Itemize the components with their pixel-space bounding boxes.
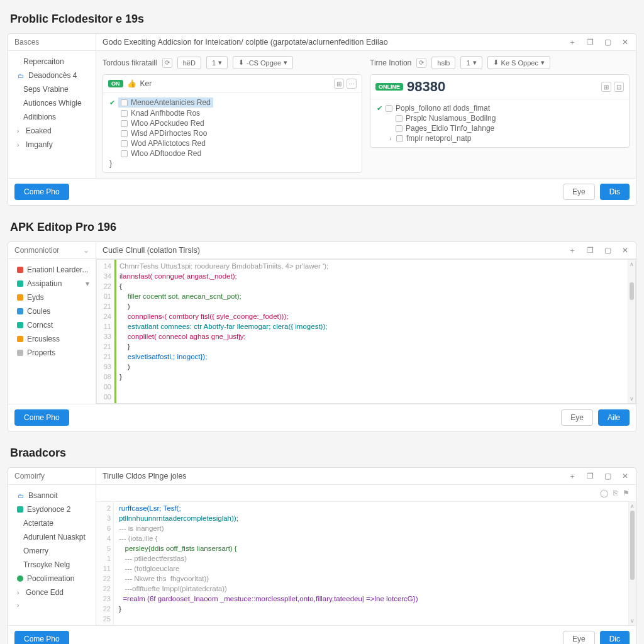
tree-row[interactable]: Pages_Eldio TInfo_Iahnge xyxy=(377,123,623,133)
section-title-2: APK Editop Pro 196 xyxy=(10,221,636,234)
window-controls-1: ＋ ❐ ▢ ✕ xyxy=(562,38,636,47)
minimize-icon[interactable]: ▢ xyxy=(603,38,612,47)
scroll-thumb[interactable] xyxy=(630,282,634,300)
scroll-thumb[interactable] xyxy=(630,511,635,580)
caret-down-icon: ▾ xyxy=(86,279,89,288)
sidebar-item[interactable]: Trrsoyke Nelg xyxy=(8,558,96,572)
file-icon xyxy=(121,140,128,147)
sidebar-1: Repercaiton 🗀Deaodoncès 4 Seps Vrabine A… xyxy=(8,51,96,178)
field-btn[interactable]: hslb xyxy=(431,57,455,69)
sidebar-item[interactable]: ›Gonce Edd xyxy=(8,586,96,599)
circle-icon[interactable]: ◯ xyxy=(600,489,608,497)
sidebar-item[interactable]: Autionces Whigle xyxy=(8,96,96,110)
tree-right: ✔Popls_follono atl dods_fimat Prsplc Nus… xyxy=(370,99,629,147)
sidebar-item[interactable]: 🗀Deaodoncès 4 xyxy=(8,69,96,82)
sidebar-item[interactable]: Actertate xyxy=(8,516,96,530)
sidebar-item[interactable]: Assipatiun▾ xyxy=(8,277,96,291)
chevron-down-icon[interactable]: ⌄ xyxy=(83,246,89,255)
minimize-icon[interactable]: ▢ xyxy=(603,246,612,255)
main-area-1: Tordous fikrataill ⟳ hëD 1 ▾ ⬇ -CS Opgee… xyxy=(96,51,636,178)
sidebar-item[interactable]: Properts xyxy=(8,346,96,360)
plus-icon[interactable]: ＋ xyxy=(568,246,577,255)
sidebar-item[interactable]: ›Imganfy xyxy=(8,138,96,152)
sidebar-item[interactable]: Eyds xyxy=(8,291,96,304)
sidebar-header-2: Conmoniotior⌄ xyxy=(8,242,96,258)
triangle-icon xyxy=(17,336,23,342)
eye-button[interactable]: Eye xyxy=(563,631,595,644)
plus-icon[interactable]: ＋ xyxy=(568,472,577,480)
restore-icon[interactable]: ❐ xyxy=(586,472,594,480)
more-icon[interactable]: ⊡ xyxy=(614,82,624,92)
sidebar-item[interactable]: Repercaiton xyxy=(8,55,96,69)
code-lines-2[interactable]: ChmrrTeshs Uttus1spi: roodureary Bmdobab… xyxy=(114,260,628,403)
tree-row[interactable]: Knad Anfhbodte Ros xyxy=(109,108,355,118)
tree-row[interactable]: Wisd APDirhoctes Roo xyxy=(109,128,355,138)
panel-header-1: Basces Godo Execiting Addicsion for Inte… xyxy=(8,34,636,51)
file-icon xyxy=(396,125,402,132)
sidebar-item[interactable]: Coules xyxy=(8,304,96,318)
dropdown-btn[interactable]: ⬇ -CS Opgee ▾ xyxy=(233,56,293,69)
sidebar-item[interactable]: Ercusless xyxy=(8,332,96,346)
sidebar-item[interactable]: Adurulent Nuaskpt xyxy=(8,530,96,544)
dis-button[interactable]: Dis xyxy=(600,184,630,200)
refresh-icon[interactable]: ⟳ xyxy=(416,58,426,68)
eye-button[interactable]: Eye xyxy=(563,184,595,200)
sidebar-item[interactable]: Enationl Learder... xyxy=(8,263,96,277)
chevron-down-icon: ▾ xyxy=(473,58,477,67)
grid-icon[interactable]: ⊞ xyxy=(334,79,344,89)
tree-row[interactable]: ✔Popls_follono atl dods_fimat xyxy=(377,103,623,113)
come-pho-button[interactable]: Come Pho xyxy=(14,409,69,426)
restore-icon[interactable]: ❐ xyxy=(586,38,594,47)
tree-row[interactable]: ✔ MenoeAntelanicies Red xyxy=(109,97,355,108)
sidebar-item[interactable]: Corncst xyxy=(8,318,96,332)
sidebar-item[interactable]: Omerry xyxy=(8,544,96,558)
eye-button[interactable]: Eye xyxy=(561,409,593,426)
tree-row[interactable]: ›fmplr netoprol_natp xyxy=(377,133,623,143)
scrollbar-v[interactable]: ∧∨ xyxy=(628,502,636,625)
flag-icon[interactable]: ⚑ xyxy=(623,489,630,497)
panel-footer-1: Come Pho Eye Dis xyxy=(8,178,636,205)
refresh-icon[interactable]: ⟳ xyxy=(162,58,172,68)
come-pho-button[interactable]: Come Pho xyxy=(14,631,69,644)
sidebar-item[interactable]: Esydonoce 2 xyxy=(8,502,96,516)
code-area-3: 236451112222232225 rurffcase(Lsr; Tesf(;… xyxy=(96,502,636,625)
close-icon[interactable]: ✕ xyxy=(621,246,630,255)
file-icon xyxy=(121,150,128,157)
dic-button[interactable]: Dic xyxy=(600,631,630,644)
check-icon: ✔ xyxy=(109,99,115,107)
toolbar-label: Tirne Inotion xyxy=(370,58,411,67)
close-icon[interactable]: ✕ xyxy=(621,38,630,47)
tree-row[interactable]: Wod APAlictotocs Red xyxy=(109,138,355,148)
dropdown-btn[interactable]: ⬇ Ke S Oppec ▾ xyxy=(487,56,550,69)
sidebar-item[interactable]: › xyxy=(8,599,96,611)
aile-button[interactable]: Aile xyxy=(598,409,630,426)
card-left: ON 👍 Ker ⊞⋯ ✔ MenoeAntelanicies Red Knad… xyxy=(103,74,362,173)
sidebar-item[interactable]: Aditibions xyxy=(8,110,96,124)
sidebar-item[interactable]: ›Eoaked xyxy=(8,124,96,138)
sidebar-item[interactable]: 🗀Bsannoit xyxy=(8,489,96,502)
tree-row[interactable]: Prsplc Nuslamous_Bodilng xyxy=(377,113,623,123)
section-title-3: Braadcors xyxy=(10,447,636,460)
minimize-icon[interactable]: ▢ xyxy=(603,472,612,480)
grid-icon[interactable]: ⊞ xyxy=(601,82,611,92)
close-icon[interactable]: ✕ xyxy=(621,472,630,480)
card-right: ONLINE 98380 ⊞⊡ ✔Popls_follono atl dods_… xyxy=(370,74,630,148)
sidebar-header-3: Comoirfy xyxy=(8,468,96,484)
card-number: 98380 xyxy=(407,79,445,95)
tree-row[interactable]: Wloo ADftoodoe Red xyxy=(109,148,355,158)
file-icon xyxy=(396,115,402,122)
select-btn[interactable]: 1 ▾ xyxy=(206,56,228,69)
restore-icon[interactable]: ❐ xyxy=(586,246,594,255)
code-lines-3[interactable]: rurffcase(Lsr; Tesf(;ptllnnhuunnrntaader… xyxy=(114,502,628,625)
scrollbar-v[interactable]: ∧∨ xyxy=(628,260,635,403)
more-icon[interactable]: ⋯ xyxy=(347,79,357,89)
plus-icon[interactable]: ＋ xyxy=(568,38,577,47)
select-btn[interactable]: 1 ▾ xyxy=(460,56,482,69)
sidebar-item[interactable]: Seps Vrabine xyxy=(8,82,96,96)
gutter-2: 1434220121241133212193080000 xyxy=(97,260,114,403)
come-pho-button[interactable]: Come Pho xyxy=(14,184,69,200)
field-btn[interactable]: hëD xyxy=(177,57,201,69)
sidebar-item[interactable]: Pocolimeation xyxy=(8,572,96,586)
bookmark-icon[interactable]: ⎘ xyxy=(613,489,618,497)
tree-row[interactable]: Wloo APockudeo Red xyxy=(109,118,355,128)
